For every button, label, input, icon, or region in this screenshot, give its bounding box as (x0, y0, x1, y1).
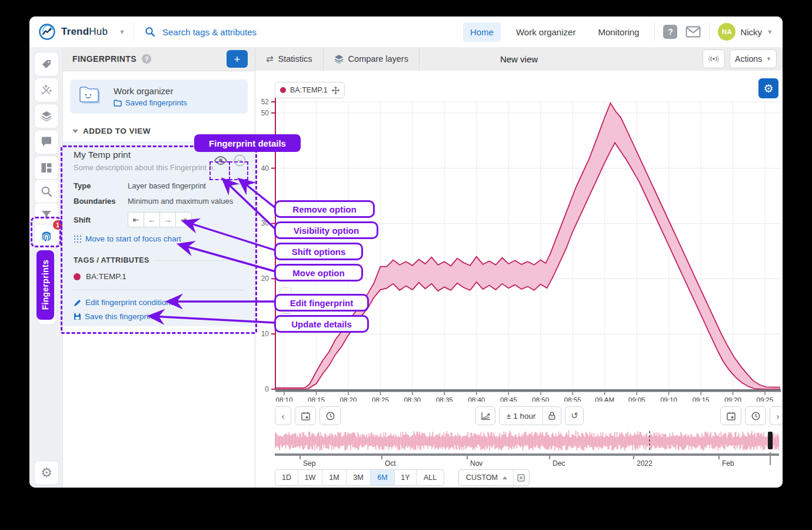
tag-row[interactable]: BA:TEMP.1 (74, 272, 244, 281)
clear-custom-button[interactable] (513, 470, 529, 485)
range-button-1d[interactable]: 1D (275, 470, 298, 485)
chart-toolbar: ⇄ Statistics Compare layers New view (255, 47, 783, 71)
rail-comment-button[interactable] (34, 130, 59, 154)
shift-far-left-button[interactable]: ⇤ (128, 212, 144, 227)
rail-sparkles-button[interactable] (34, 78, 59, 102)
calendar-icon (727, 412, 736, 420)
rail-layers-button[interactable] (34, 104, 59, 128)
calendar-start-button[interactable] (295, 406, 316, 425)
range-button-1w[interactable]: 1W (298, 470, 322, 485)
timeline-left-controls: ‹ (275, 406, 341, 425)
time-end-button[interactable] (745, 406, 766, 425)
remove-minus-icon[interactable] (232, 153, 247, 167)
callout-shift-options: Shift options (274, 243, 363, 260)
tab-compare-layers[interactable]: Compare layers (324, 47, 420, 71)
rail-search-button[interactable] (34, 179, 59, 204)
brand-chevron-down-icon[interactable]: ▼ (119, 28, 125, 35)
legend-chip[interactable]: BA:TEMP.1 (275, 82, 345, 98)
folder-illustration-icon (77, 85, 105, 108)
range-button-3m[interactable]: 3M (347, 470, 371, 485)
minimap-handle-stem (770, 452, 771, 465)
svg-text:10: 10 (261, 330, 269, 338)
range-button-all[interactable]: ALL (417, 470, 444, 485)
svg-text:08:50: 08:50 (532, 396, 549, 402)
fingerprints-panel: FINGERPRINTS ? + Work organizer (63, 47, 255, 488)
fingerprints-panel-tab[interactable]: Fingerprints (36, 250, 54, 320)
edit-fingerprint-link[interactable]: Edit fingerprint conditions (74, 298, 244, 307)
svg-text:08:40: 08:40 (468, 396, 485, 402)
panel-help-icon[interactable]: ? (142, 54, 151, 64)
move-handle-icon[interactable] (332, 87, 340, 94)
user-menu[interactable]: NA Nicky ▼ (718, 23, 773, 41)
work-organizer-card[interactable]: Work organizer Saved fingerprints (70, 80, 248, 114)
timeline-minimap[interactable] (275, 430, 779, 452)
fingerprint-description: Some description about this Fingerprint … (74, 163, 215, 172)
time-start-button[interactable] (320, 406, 341, 425)
settings-button[interactable]: ⚙ (34, 461, 59, 485)
visibility-eye-icon[interactable] (214, 153, 228, 167)
nav-home[interactable]: Home (463, 22, 501, 42)
range-button-1y[interactable]: 1Y (395, 470, 417, 485)
rail-fingerprint-button[interactable]: 1 (34, 224, 59, 249)
callout-visibility-option: Visibility option (274, 221, 378, 239)
history-button[interactable]: ↺ (565, 406, 584, 425)
svg-text:0: 0 (265, 385, 269, 393)
shift-right-button[interactable]: → (160, 212, 176, 227)
move-to-start-link[interactable]: Move to start of focus chart (74, 234, 244, 243)
trend-compare-button[interactable] (475, 406, 495, 425)
shift-left-button[interactable]: ← (144, 212, 160, 227)
save-fingerprint-link[interactable]: Save this fingerprint (74, 312, 244, 321)
nav-monitoring[interactable]: Monitoring (591, 22, 646, 42)
minimap-handle[interactable] (768, 432, 773, 449)
live-broadcast-button[interactable] (703, 49, 725, 68)
panel-header: FINGERPRINTS ? + (63, 47, 255, 71)
brand-logo[interactable]: TrendHub ▼ (29, 23, 125, 41)
calendar-end-button[interactable] (720, 406, 741, 425)
panel-title: FINGERPRINTS (72, 54, 137, 64)
boundaries-value: Minimum and maximum values (128, 197, 244, 206)
pencil-icon (74, 299, 82, 307)
layout-icon (41, 162, 52, 174)
month-label: Feb (722, 459, 734, 468)
shift-options: ⇤←→⇥ (128, 212, 244, 227)
month-tick (549, 456, 550, 459)
minimap-axis (275, 453, 779, 456)
step-forward-button[interactable]: › (770, 406, 783, 425)
range-button-6m[interactable]: 6M (371, 470, 395, 485)
tab-statistics[interactable]: ⇄ Statistics (255, 47, 324, 71)
offset-button[interactable]: ± 1 hour (500, 407, 543, 425)
add-fingerprint-button[interactable]: + (227, 50, 248, 68)
step-back-button[interactable]: ‹ (275, 406, 291, 425)
svg-text:50: 50 (261, 109, 269, 117)
rail-layout-button[interactable] (34, 155, 59, 180)
statistics-icon: ⇄ (266, 54, 274, 64)
work-organizer-title: Work organizer (114, 86, 187, 96)
month-tick (718, 456, 720, 459)
lock-button[interactable] (543, 407, 561, 425)
chart-settings-button[interactable]: ⚙ (758, 78, 778, 98)
app-window: TrendHub ▼ Home Work organizer Monitorin… (29, 16, 783, 488)
collapse-up-icon[interactable] (502, 476, 507, 479)
svg-text:09:15: 09:15 (693, 396, 710, 402)
shift-left-icon: ← (148, 216, 156, 224)
type-value: Layer based fingerprint (128, 181, 244, 190)
callout-remove-option: Remove option (274, 200, 375, 218)
lock-icon (548, 412, 555, 420)
search-input[interactable] (161, 26, 411, 38)
callout-update-details: Update details (274, 315, 369, 333)
actions-button[interactable]: Actions ▼ (730, 49, 777, 68)
search-bar[interactable] (145, 26, 463, 38)
custom-range-button[interactable]: CUSTOM (459, 473, 502, 482)
saved-fingerprints-link[interactable]: Saved fingerprints (114, 98, 187, 107)
svg-text:09:20: 09:20 (724, 396, 741, 402)
rail-tag-button[interactable] (34, 52, 59, 77)
brand-name: TrendHub (61, 26, 108, 38)
offset-label: ± 1 hour (500, 412, 543, 420)
month-label: Oct (385, 459, 396, 468)
help-icon[interactable]: ? (663, 25, 677, 39)
nav-work-organizer[interactable]: Work organizer (509, 22, 583, 42)
range-button-1m[interactable]: 1M (322, 470, 347, 485)
mail-icon[interactable] (685, 26, 701, 38)
divider (709, 23, 710, 41)
shift-far-right-button[interactable]: ⇥ (176, 212, 192, 227)
